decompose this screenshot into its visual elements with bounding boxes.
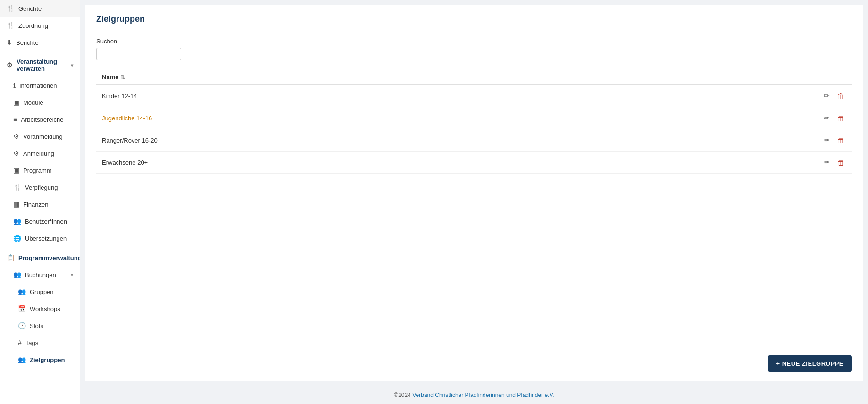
sidebar-item-programmverwaltung[interactable]: 📋 Programmverwaltung ▾ [0, 249, 80, 266]
benutzerinnen-icon: 👥 [13, 218, 21, 225]
footer-text: ©2024 [394, 392, 412, 398]
delete-button[interactable]: 🗑 [835, 113, 846, 123]
sidebar-item-buchungen[interactable]: 👥 Buchungen ▾ [0, 266, 80, 283]
footer: ©2024 Verband Christlicher Pfadfinderinn… [80, 386, 868, 404]
tags-icon: # [18, 339, 22, 346]
edit-button[interactable]: ✏ [822, 135, 832, 145]
sidebar-label-gerichte: Gerichte [18, 5, 42, 12]
sidebar-label-workshops: Workshops [30, 305, 60, 312]
delete-button[interactable]: 🗑 [835, 158, 846, 168]
sidebar-item-slots[interactable]: 🕐 Slots [0, 317, 80, 334]
delete-button[interactable]: 🗑 [835, 135, 846, 145]
sidebar-label-voranmeldung: Voranmeldung [23, 133, 63, 140]
row-actions: ✏🗑 [822, 113, 846, 123]
veranstaltung-icon: ⚙ [7, 61, 13, 69]
anmeldung-icon: ⚙ [13, 150, 19, 157]
buchungen-icon: 👥 [13, 271, 21, 278]
sidebar-item-anmeldung[interactable]: ⚙ Anmeldung [0, 145, 80, 162]
row-name: Kinder 12-14 [102, 93, 822, 100]
delete-button[interactable]: 🗑 [835, 91, 846, 101]
ubersetzungen-icon: 🌐 [13, 235, 21, 242]
sidebar-item-workshops[interactable]: 📅 Workshops [0, 300, 80, 317]
sidebar-item-module[interactable]: ▣ Module [0, 94, 80, 111]
sidebar-label-informationen: Informationen [19, 82, 57, 89]
page-title: Zielgruppen [96, 14, 852, 30]
gruppen-icon: 👥 [18, 288, 26, 295]
sidebar-label-tags: Tags [25, 339, 38, 346]
sidebar-label-finanzen: Finanzen [23, 201, 48, 208]
search-input[interactable] [96, 48, 181, 60]
row-actions: ✏🗑 [822, 135, 846, 145]
table-body: Kinder 12-14✏🗑Jugendliche 14-16✏🗑Ranger/… [96, 85, 852, 174]
sidebar-item-tags[interactable]: # Tags [0, 334, 80, 351]
table-row: Erwachsene 20+✏🗑 [96, 152, 852, 174]
sidebar-label-zielgruppen: Zielgruppen [30, 356, 65, 363]
sidebar-label-programmverwaltung: Programmverwaltung [18, 254, 80, 261]
edit-button[interactable]: ✏ [822, 91, 832, 101]
berichte-icon: ⬇ [7, 39, 12, 46]
sidebar-label-anmeldung: Anmeldung [23, 150, 54, 157]
workshops-icon: 📅 [18, 305, 26, 312]
filter-icon[interactable]: ⇅ [120, 74, 125, 81]
table-row: Kinder 12-14✏🗑 [96, 85, 852, 107]
column-name-label: Name [102, 74, 118, 81]
sidebar: 🍴 Gerichte 🍴 Zuordnung ⬇ Berichte ⚙ Vera… [0, 0, 80, 404]
table-header: Name ⇅ [96, 70, 852, 85]
sidebar-label-slots: Slots [30, 322, 43, 329]
sidebar-item-arbeitsbereiche[interactable]: ≡ Arbeitsbereiche [0, 111, 80, 128]
row-name: Ranger/Rover 16-20 [102, 137, 822, 144]
chevron-down-icon: ▾ [71, 63, 73, 68]
sidebar-item-programm[interactable]: ▣ Programm [0, 162, 80, 179]
sidebar-item-veranstaltung-verwalten[interactable]: ⚙ Veranstaltung verwalten ▾ [0, 53, 80, 77]
sidebar-item-berichte[interactable]: ⬇ Berichte [0, 34, 80, 51]
sidebar-label-zuordnung: Zuordnung [18, 22, 48, 29]
sidebar-item-gerichte[interactable]: 🍴 Gerichte [0, 0, 80, 17]
sidebar-item-verpflegung[interactable]: 🍴 Verpflegung [0, 179, 80, 196]
sidebar-item-zuordnung[interactable]: 🍴 Zuordnung [0, 17, 80, 34]
gerichte-icon: 🍴 [7, 5, 15, 12]
informationen-icon: ℹ [13, 82, 16, 89]
sidebar-label-benutzerinnen: Benutzer*innen [25, 218, 67, 225]
voranmeldung-icon: ⚙ [13, 133, 19, 140]
sidebar-label-gruppen: Gruppen [30, 288, 54, 295]
sidebar-label-module: Module [23, 99, 43, 106]
sidebar-label-verpflegung: Verpflegung [25, 184, 58, 191]
finanzen-icon: ▦ [13, 201, 19, 208]
row-name: Jugendliche 14-16 [102, 115, 822, 122]
arbeitsbereiche-icon: ≡ [13, 116, 17, 123]
sidebar-item-finanzen[interactable]: ▦ Finanzen [0, 196, 80, 213]
add-zielgruppe-button[interactable]: + NEUE ZIELGRUPPE [768, 355, 852, 372]
programmverwaltung-icon: 📋 [7, 254, 15, 261]
edit-button[interactable]: ✏ [822, 113, 832, 123]
content-area: Zielgruppen Suchen Name ⇅ Kinder 12-14✏🗑… [85, 5, 863, 381]
sidebar-item-ubersetzungen[interactable]: 🌐 Übersetzungen [0, 230, 80, 247]
sidebar-item-voranmeldung[interactable]: ⚙ Voranmeldung [0, 128, 80, 145]
chevron-down-icon-3: ▾ [71, 272, 73, 278]
row-actions: ✏🗑 [822, 157, 846, 168]
slots-icon: 🕐 [18, 322, 26, 329]
row-name: Erwachsene 20+ [102, 159, 822, 166]
sidebar-item-informationen[interactable]: ℹ Informationen [0, 77, 80, 94]
zuordnung-icon: 🍴 [7, 22, 15, 29]
row-actions: ✏🗑 [822, 91, 846, 101]
sidebar-item-gruppen[interactable]: 👥 Gruppen [0, 283, 80, 300]
sidebar-item-benutzerinnen[interactable]: 👥 Benutzer*innen [0, 213, 80, 230]
footer-link[interactable]: Verband Christlicher Pfadfinderinnen und… [412, 392, 554, 398]
sidebar-label-veranstaltung: Veranstaltung verwalten [17, 58, 67, 72]
table-row: Jugendliche 14-16✏🗑 [96, 107, 852, 129]
sidebar-label-programm: Programm [23, 167, 52, 174]
search-label: Suchen [96, 38, 852, 45]
programm-icon: ▣ [13, 167, 19, 174]
sidebar-label-buchungen: Buchungen [25, 271, 56, 278]
sidebar-item-zielgruppen[interactable]: 👥 Zielgruppen [0, 351, 80, 368]
sidebar-label-ubersetzungen: Übersetzungen [25, 235, 67, 242]
sidebar-label-arbeitsbereiche: Arbeitsbereiche [21, 116, 63, 123]
table-row: Ranger/Rover 16-20✏🗑 [96, 129, 852, 152]
module-icon: ▣ [13, 99, 19, 106]
sidebar-label-berichte: Berichte [16, 39, 39, 46]
main-area: Zielgruppen Suchen Name ⇅ Kinder 12-14✏🗑… [80, 0, 868, 404]
verpflegung-icon: 🍴 [13, 184, 21, 191]
zielgruppen-icon: 👥 [18, 356, 26, 363]
edit-button[interactable]: ✏ [822, 157, 832, 168]
